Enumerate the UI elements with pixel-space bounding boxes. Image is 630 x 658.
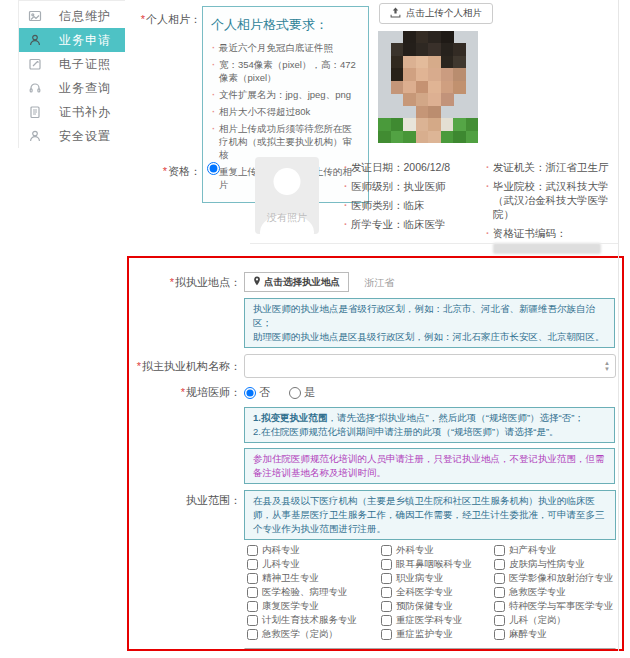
- select-location-button[interactable]: 点击选择执业地点: [244, 272, 349, 292]
- scope-checkbox-emergency[interactable]: 急救医学专业: [494, 586, 622, 600]
- qualification-details-right: 发证机关：浙江省卫生厅 毕业院校：武汉科技大学（武汉冶金科技大学医学院） 资格证…: [485, 160, 625, 259]
- training-radio-yes[interactable]: 是: [289, 385, 315, 400]
- detail-item: 发证机关：浙江省卫生厅: [485, 160, 625, 174]
- headset-icon: [28, 81, 42, 95]
- upload-icon: [390, 7, 401, 20]
- photo-label: *个人相片：: [125, 12, 201, 27]
- training-help-line: 1.拟变更执业范围，请先选择“拟执业地点”，然后此项（“规培医师”）选择“否”；: [253, 411, 606, 425]
- location-help-line: 助理医师的执业地点是区县级行政区划，例如：河北石家庄市长安区、北京朝阳区。: [253, 330, 606, 344]
- scope-checkbox-special-military[interactable]: 特种医学与军事医学专业: [494, 600, 622, 614]
- sidebar-item-label: 信息维护: [59, 8, 111, 25]
- combo-spinner-icon: ▲▼: [604, 360, 610, 372]
- sidebar-item-label: 证书补办: [59, 104, 111, 121]
- training-radio-no[interactable]: 否: [244, 385, 270, 400]
- scope-checkbox-internal-medicine[interactable]: 内科专业: [247, 544, 381, 558]
- sidebar-item-label: 业务申请: [59, 32, 111, 49]
- user-icon: [28, 129, 42, 143]
- main-org-select[interactable]: ▲▼: [244, 354, 616, 378]
- scope-checkbox-family-planning[interactable]: 计划生育技术服务专业: [247, 614, 381, 628]
- training-note-box: 参加住院医师规范化培训的人员申请注册，只登记执业地点，不登记执业范围，但需备注培…: [244, 448, 615, 484]
- detail-item: 医师类别：临床: [343, 198, 485, 212]
- scope-checkbox-anesthesia[interactable]: 麻醉专业: [494, 628, 622, 642]
- avatar-head-shape: [274, 168, 301, 195]
- sidebar-item-e-certificate[interactable]: 电子证照: [19, 52, 125, 76]
- edit-square-icon: [28, 57, 42, 71]
- scope-checkbox-critical-care-dept[interactable]: 重症医学科专业: [381, 614, 494, 628]
- scope-checkbox-surgery[interactable]: 外科专业: [381, 544, 494, 558]
- scope-checkbox-mental-health[interactable]: 精神卫生专业: [247, 572, 381, 586]
- detail-item: 医师级别：执业医师: [343, 179, 485, 193]
- location-help-line: 执业医师的执业地点是省级行政区划，例如：北京市、河北省、新疆维吾尔族自治区；: [253, 302, 606, 330]
- required-mark: *: [141, 13, 145, 25]
- sidebar: 信息维护 业务申请 电子证照 业务查询 证书补办 安全设置: [0, 0, 125, 658]
- selected-location: 浙江省: [364, 277, 394, 288]
- qualification-details-left: 发证日期：2006/12/8 医师级别：执业医师 医师类别：临床 所学专业：临床…: [343, 160, 485, 236]
- location-help-box: 执业医师的执业地点是省级行政区划，例如：北京市、河北省、新疆维吾尔族自治区； 助…: [244, 298, 615, 348]
- practice-scope-help-box: 在县及县级以下医疗机构（主要是乡镇卫生院和社区卫生服务机构）执业的临床医师，从事…: [244, 490, 616, 540]
- scope-checkbox-rehabilitation[interactable]: 康复医学专业: [247, 600, 381, 614]
- scope-checkbox-general-practice[interactable]: 全科医学专业: [381, 586, 494, 600]
- location-pin-icon: [253, 276, 261, 288]
- user-icon: [28, 33, 42, 47]
- sidebar-item-label: 电子证照: [59, 56, 111, 73]
- practice-scope-label: 执业范围：: [129, 490, 241, 508]
- photo-requirement: 相片大小不得超过80k: [211, 105, 360, 118]
- job-title-select[interactable]: ▼: [244, 648, 616, 652]
- scope-checkbox-radiology[interactable]: 医学影像和放射治疗专业: [494, 572, 622, 586]
- qualification-label: *资格：: [125, 164, 201, 179]
- sidebar-item-label: 安全设置: [59, 128, 111, 145]
- content-right-divider: [618, 0, 619, 651]
- sidebar-item-security-settings[interactable]: 安全设置: [19, 124, 125, 148]
- scope-checkbox-lab-pathology[interactable]: 医学检验、病理专业: [247, 586, 381, 600]
- scope-checkbox-obgyn[interactable]: 妇产科专业: [494, 544, 622, 558]
- qualification-radio[interactable]: [207, 162, 220, 175]
- detail-item: 所学专业：临床医学: [343, 217, 485, 231]
- detail-item: 发证日期：2006/12/8: [343, 160, 485, 174]
- practice-location-label: *拟执业地点：: [129, 272, 241, 290]
- sidebar-item-certificate-reissue[interactable]: 证书补办: [19, 100, 125, 124]
- medical-registration-app: 信息维护 业务申请 电子证照 业务查询 证书补办 安全设置: [0, 0, 630, 658]
- clipboard-icon: [28, 105, 42, 119]
- no-photo-text: 没有照片: [255, 211, 319, 225]
- sidebar-item-business-application[interactable]: 业务申请: [19, 28, 125, 52]
- redacted-certificate-number: [493, 243, 601, 254]
- dropdown-arrow-icon: ▼: [598, 649, 615, 652]
- image-icon: [28, 9, 42, 23]
- training-help-line: 2.在住院医师规范化培训期间申请注册的此项（“规培医师”）请选择“是”。: [253, 425, 606, 439]
- sidebar-item-business-query[interactable]: 业务查询: [19, 76, 125, 100]
- scope-checkbox-dermatology[interactable]: 皮肤病与性病专业: [494, 558, 622, 572]
- sidebar-item-label: 业务查询: [59, 80, 111, 97]
- photo-requirement: 宽：354像素（pixel），高：472像素（pixel）: [211, 58, 360, 84]
- main-content: *个人相片： 个人相片格式要求： 最近六个月免冠白底证件照 宽：354像素（pi…: [125, 0, 630, 658]
- photo-requirement: 相片上传成功后须等待您所在医疗机构（或拟主要执业机构）审核: [211, 122, 360, 161]
- registration-form: *拟执业地点： 点击选择执业地点 浙江省 执业医师的执业地点是省级行政区划，例如…: [127, 256, 624, 651]
- sidebar-item-info-maintenance[interactable]: 信息维护: [19, 4, 125, 28]
- detail-item: 毕业院校：武汉科技大学（武汉冶金科技大学医学院）: [485, 179, 625, 221]
- detail-item: 资格证书编码：: [485, 226, 625, 254]
- no-photo-placeholder: 没有照片: [255, 157, 319, 234]
- photo-requirements-title: 个人相片格式要求：: [211, 16, 360, 34]
- scope-checkbox-preventive-care[interactable]: 预防保健专业: [381, 600, 494, 614]
- practice-scope-grid: 内科专业 儿科专业 精神卫生专业 医学检验、病理专业 康复医学专业 计划生育技术…: [247, 544, 622, 642]
- scope-checkbox-icu[interactable]: 重症监护专业: [381, 628, 494, 642]
- scope-checkbox-emergency-fixed[interactable]: 急救医学（定岗）: [247, 628, 381, 642]
- training-help-box: 1.拟变更执业范围，请先选择“拟执业地点”，然后此项（“规培医师”）选择“否”；…: [244, 407, 615, 443]
- job-title-label: *任职资格：: [129, 648, 241, 652]
- required-mark: *: [163, 165, 167, 177]
- sidebar-menu: 信息维护 业务申请 电子证照 业务查询 证书补办 安全设置: [18, 0, 125, 148]
- scope-checkbox-occupational[interactable]: 职业病专业: [381, 572, 494, 586]
- upload-photo-button[interactable]: 点击上传个人相片: [379, 3, 493, 24]
- profile-photo: [378, 31, 478, 143]
- scope-checkbox-pediatrics-fixed[interactable]: 儿科（定岗）: [494, 614, 622, 628]
- photo-requirement: 最近六个月免冠白底证件照: [211, 41, 360, 54]
- scope-checkbox-ent[interactable]: 眼耳鼻咽喉科专业: [381, 558, 494, 572]
- main-org-label: *拟主执业机构名称：: [129, 354, 241, 374]
- section-divider: [250, 243, 618, 244]
- scope-checkbox-pediatrics[interactable]: 儿科专业: [247, 558, 381, 572]
- photo-requirement: 文件扩展名为：jpg、jpeg、png: [211, 88, 360, 101]
- training-label: *规培医师：: [129, 384, 241, 400]
